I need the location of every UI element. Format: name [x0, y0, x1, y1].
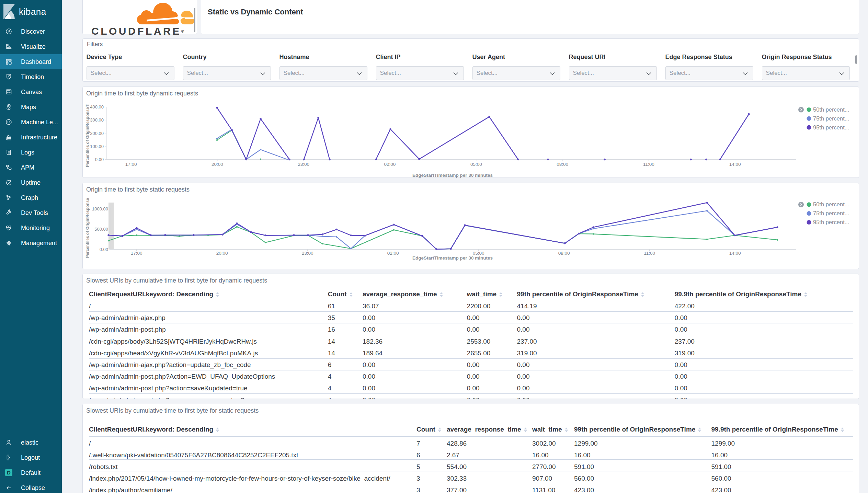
svg-text:17:00: 17:00: [131, 251, 142, 256]
svg-text:0.00: 0.00: [100, 247, 108, 252]
svg-text:100.00: 100.00: [90, 144, 104, 149]
svg-text:Percentiles of OriginResponseT: Percentiles of OriginResponseTi: [85, 103, 90, 167]
svg-text:20:00: 20:00: [216, 251, 228, 256]
svg-text:50th percent...: 50th percent...: [813, 201, 849, 207]
svg-text:200.00: 200.00: [90, 131, 104, 136]
svg-text:02:00: 02:00: [387, 251, 399, 256]
svg-text:02:00: 02:00: [384, 162, 396, 167]
svg-text:08:00: 08:00: [557, 162, 568, 167]
svg-text:EdgeStartTimestamp per 30 minu: EdgeStartTimestamp per 30 minutes: [412, 255, 493, 261]
svg-text:17:00: 17:00: [125, 162, 137, 167]
svg-text:50th percent...: 50th percent...: [813, 106, 849, 113]
svg-text:11:00: 11:00: [643, 162, 654, 167]
svg-text:Percentiles of OriginResponse: Percentiles of OriginResponse: [85, 198, 90, 258]
svg-text:14:00: 14:00: [729, 162, 741, 167]
svg-text:23:00: 23:00: [302, 251, 313, 256]
svg-text:500.00: 500.00: [94, 227, 108, 232]
svg-text:400.00: 400.00: [90, 104, 104, 110]
svg-text:23:00: 23:00: [298, 162, 309, 167]
svg-text:95th percent...: 95th percent...: [813, 219, 849, 225]
svg-text:75th percent...: 75th percent...: [813, 115, 849, 122]
svg-text:95th percent...: 95th percent...: [813, 124, 849, 130]
svg-text:0.00: 0.00: [95, 157, 104, 162]
svg-text:1000.00: 1000.00: [92, 206, 108, 211]
svg-text:08:00: 08:00: [558, 251, 570, 256]
svg-text:05:00: 05:00: [473, 251, 484, 256]
svg-text:14:00: 14:00: [729, 251, 741, 256]
svg-text:EdgeStartTimestamp per 30 minu: EdgeStartTimestamp per 30 minutes: [412, 173, 493, 178]
svg-text:20:00: 20:00: [212, 162, 223, 167]
svg-text:75th percent...: 75th percent...: [813, 210, 849, 216]
svg-text:05:00: 05:00: [470, 162, 482, 167]
svg-text:300.00: 300.00: [90, 117, 104, 123]
svg-text:11:00: 11:00: [644, 251, 655, 256]
